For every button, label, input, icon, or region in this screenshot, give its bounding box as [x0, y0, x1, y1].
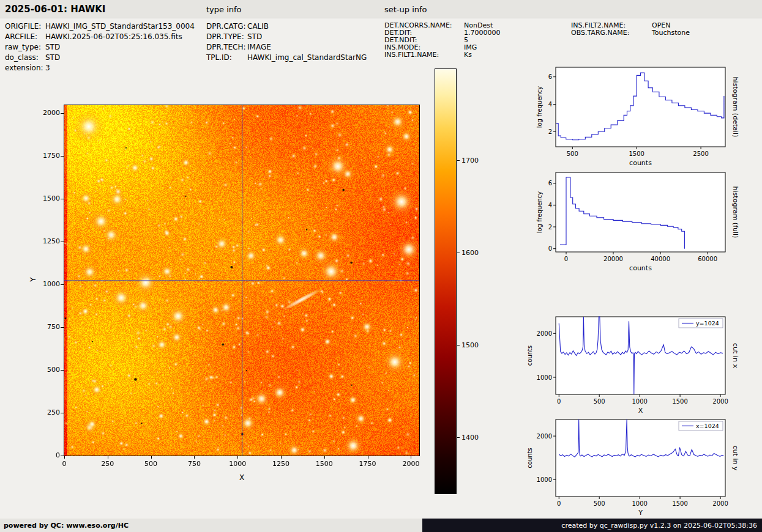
x-tick-label: 1500	[672, 500, 687, 507]
y-axis-label: counts	[526, 345, 533, 366]
meta-label: DPR.TECH:	[206, 42, 247, 53]
y-tick-label: 500	[33, 366, 60, 374]
x-tick-label: 40000	[651, 256, 670, 262]
colorbar-tick-label: 1400	[461, 434, 488, 441]
y-tick	[61, 242, 64, 242]
x-tick	[108, 456, 108, 459]
colorbar-tick	[457, 160, 460, 161]
y-tick	[61, 156, 64, 157]
plot-area	[556, 172, 725, 252]
colorbar-tick	[457, 345, 460, 345]
meta-row: INS.FILT1.NAME:Ks	[384, 51, 501, 59]
x-tick-label: 750	[182, 460, 206, 468]
colorbar-tick-label: 1600	[461, 249, 488, 257]
y-tick-label: 2000	[537, 330, 552, 337]
meta-value: STD	[247, 32, 262, 42]
star-field-canvas	[64, 105, 420, 456]
chart-svg-hist_detail: 50015002500246countslog frequencyhistogr…	[523, 61, 745, 168]
setup-info-col1: DET.NCORRS.NAME:NonDest DET.DIT:1.700000…	[384, 22, 501, 59]
meta-row: OBS.TARG.NAME:Touchstone	[571, 29, 690, 37]
page-title: 2025-06-01: HAWKI	[5, 4, 105, 15]
y-tick	[61, 113, 64, 114]
y-tick-label: 2	[548, 224, 552, 231]
x-tick-label: 0	[557, 398, 561, 405]
meta-label: extension:	[5, 63, 45, 73]
histogram-full-chart: 02000040000600000246countslog frequencyh…	[523, 166, 745, 273]
qc-report-page: 2025-06-01: HAWKI type info set-up info …	[0, 0, 762, 532]
x-tick-label: 1500	[629, 150, 644, 157]
x-tick	[368, 456, 368, 459]
plot-area	[556, 317, 725, 394]
right-side-label: histogram (full)	[731, 187, 739, 238]
meta-row: TPL.ID:HAWKI_img_cal_StandardStarNG	[206, 53, 367, 63]
meta-value: IMAGE	[247, 42, 271, 53]
legend-label: x=1024	[696, 423, 719, 429]
meta-row: ARCFILE:HAWKI.2025-06-02T05:25:16.035.fi…	[5, 32, 195, 42]
footer-created-text: created by qc_rawdisp.py v1.2.3 on 2025-…	[561, 522, 757, 530]
x-tick-label: 0	[52, 460, 77, 468]
meta-value: HAWKI_img_cal_StandardStarNG	[247, 53, 367, 63]
x-tick-label: 500	[594, 500, 605, 507]
x-tick-label: 1000	[632, 500, 647, 507]
meta-row: do_class:STD	[5, 53, 195, 63]
footer-left: powered by QC: www.eso.org/HC	[0, 519, 422, 532]
y-tick-label: 6	[548, 180, 552, 187]
right-side-label: histogram (detail)	[731, 77, 739, 138]
y-tick-label: 2000	[33, 109, 60, 117]
x-tick	[64, 456, 65, 459]
y-tick-label: 250	[33, 408, 60, 416]
meta-value: STD	[45, 42, 60, 53]
y-tick-label: 2	[548, 128, 552, 135]
plot-area	[556, 419, 725, 497]
meta-label: DPR.CATG:	[206, 21, 247, 32]
header-bar: 2025-06-01: HAWKI type info set-up info	[0, 0, 762, 18]
chart-svg-cut_x: 050010001500200010002000Xcountscut in xy…	[523, 311, 745, 418]
y-tick	[61, 370, 64, 371]
chart-svg-cut_y: 050010001500200010002000Ycountscut in yx…	[523, 413, 745, 525]
x-tick-label: 1000	[632, 398, 647, 405]
meta-label: ARCFILE:	[5, 32, 45, 42]
colorbar-tick	[457, 437, 460, 438]
meta-label: DPR.TYPE:	[206, 32, 247, 42]
y-tick-label: 4	[548, 101, 552, 108]
x-tick-label: 0	[557, 500, 561, 507]
cut-in-y-chart: 050010001500200010002000Ycountscut in yx…	[523, 413, 745, 525]
y-tick-label: 1500	[33, 194, 60, 202]
x-tick-label: 20000	[603, 256, 623, 262]
x-tick-label: 1250	[269, 460, 293, 468]
y-tick-label: 1250	[33, 237, 60, 245]
y-tick-label: 4	[548, 202, 552, 209]
meta-value: CALIB	[247, 21, 269, 32]
type-info-heading: type info	[206, 5, 242, 14]
cut-in-x-chart: 050010001500200010002000Xcountscut in xy…	[523, 311, 745, 418]
colorbar	[435, 68, 457, 494]
x-tick-label: 2000	[712, 398, 728, 405]
meta-row: ORIGFILE:HAWKI_IMG_STD_StandardStar153_0…	[5, 21, 195, 32]
x-tick	[151, 456, 152, 459]
colorbar-tick-label: 1700	[461, 157, 488, 164]
x-tick-label: 1000	[225, 460, 250, 468]
file-info-block: ORIGFILE:HAWKI_IMG_STD_StandardStar153_0…	[5, 21, 195, 73]
legend-label: y=1024	[696, 320, 719, 327]
meta-value: STD	[45, 53, 60, 63]
type-info-block: DPR.CATG:CALIB DPR.TYPE:STD DPR.TECH:IMA…	[206, 21, 367, 63]
plot-area	[556, 67, 725, 147]
y-tick-label: 2000	[537, 433, 552, 440]
setup-info-heading: set-up info	[384, 5, 427, 14]
x-tick-label: 1750	[356, 460, 380, 468]
y-tick	[61, 199, 64, 199]
y-tick-label: 750	[33, 323, 60, 331]
x-tick-label: 2500	[693, 150, 708, 157]
x-tick-label: 500	[139, 460, 163, 468]
x-tick-label: 2000	[398, 460, 423, 468]
right-side-label: cut in y	[731, 446, 739, 471]
meta-label: ORIGFILE:	[5, 21, 45, 32]
qc-link[interactable]: powered by QC: www.eso.org/HC	[4, 522, 129, 530]
x-tick-label: 1500	[672, 398, 687, 405]
histogram-detail-chart: 50015002500246countslog frequencyhistogr…	[523, 61, 745, 168]
y-tick	[61, 327, 64, 328]
meta-value: Touchstone	[652, 29, 690, 37]
x-tick-label: 500	[594, 398, 605, 405]
x-axis-label: counts	[629, 264, 652, 272]
meta-row: DPR.TECH:IMAGE	[206, 42, 367, 53]
